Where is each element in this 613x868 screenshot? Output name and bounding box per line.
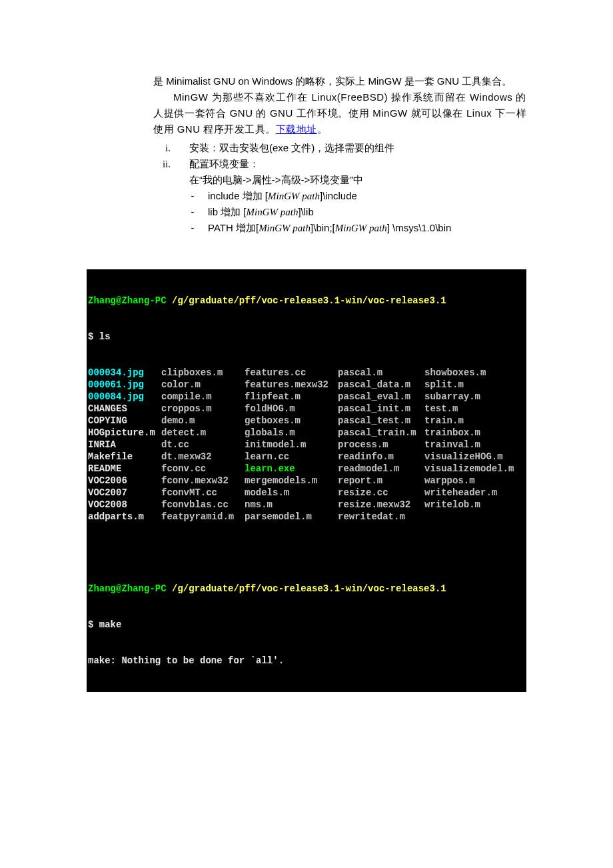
- dash-icon: -: [189, 220, 196, 236]
- terminal-file: train.m: [424, 415, 464, 427]
- terminal-command-ls: $ ls: [88, 331, 525, 343]
- terminal-ls-output: 000034.jpgclipboxes.mfeatures.ccpascal.m…: [88, 367, 525, 523]
- terminal-file: fconvblas.cc: [161, 499, 245, 511]
- terminal-file: writelob.m: [424, 499, 480, 511]
- paragraph-2-text: MinGW 为那些不喜欢工作在 Linux(FreeBSD) 操作系统而留在 W…: [153, 91, 526, 135]
- terminal-file: features.mexw32: [245, 379, 338, 391]
- terminal-path: /g/graduate/pff/voc-release3.1-win/voc-r…: [172, 583, 446, 594]
- terminal-file: VOC2007: [88, 487, 161, 499]
- document-page: 是 Minimalist GNU on Windows 的略称，实际上 MinG…: [0, 0, 613, 732]
- terminal-file: pascal_train.m: [338, 427, 424, 439]
- terminal-ls-row: COPYINGdemo.mgetboxes.mpascal_test.mtrai…: [88, 415, 525, 427]
- terminal-file: models.m: [245, 487, 338, 499]
- list-item-install: i. 安装：双击安装包(exe 文件)，选择需要的组件: [153, 140, 526, 156]
- terminal-file: pascal_test.m: [338, 415, 424, 427]
- terminal-file: showboxes.m: [424, 367, 486, 379]
- terminal-file: trainval.m: [424, 439, 480, 451]
- terminal-file: visualizemodel.m: [424, 463, 514, 475]
- terminal-user: Zhang@Zhang-PC: [88, 583, 172, 594]
- ordered-list: i. 安装：双击安装包(exe 文件)，选择需要的组件 ii. 配置环境变量： …: [153, 140, 526, 236]
- list-item-env: ii. 配置环境变量： 在“我的电脑->属性->高级->环境变量”中 - inc…: [153, 156, 526, 236]
- terminal-file: resize.cc: [338, 487, 424, 499]
- terminal-ls-row: CHANGEScroppos.mfoldHOG.mpascal_init.mte…: [88, 403, 525, 415]
- terminal-ls-row: VOC2007fconvMT.ccmodels.mresize.ccwriteh…: [88, 487, 525, 499]
- terminal-file: dt.mexw32: [161, 451, 245, 463]
- terminal-file: globals.m: [245, 427, 338, 439]
- terminal-ls-row: 000084.jpgcompile.mflipfeat.mpascal_eval…: [88, 391, 525, 403]
- terminal-ls-row: HOGpicture.mdetect.mglobals.mpascal_trai…: [88, 427, 525, 439]
- terminal-file: VOC2008: [88, 499, 161, 511]
- terminal-file: Makefile: [88, 451, 161, 463]
- terminal-ls-row: 000061.jpgcolor.mfeatures.mexw32pascal_d…: [88, 379, 525, 391]
- terminal-file: COPYING: [88, 415, 161, 427]
- terminal-prompt-line: Zhang@Zhang-PC /g/graduate/pff/voc-relea…: [88, 583, 525, 595]
- terminal-file: INRIA: [88, 439, 161, 451]
- terminal-user: Zhang@Zhang-PC: [88, 295, 172, 306]
- mingw-path-italic: MinGW path: [259, 223, 310, 233]
- terminal-file: process.m: [338, 439, 424, 451]
- terminal-ls-row: addparts.mfeatpyramid.mparsemodel.mrewri…: [88, 511, 525, 523]
- terminal-file: split.m: [424, 379, 464, 391]
- sublist-context: 在“我的电脑->属性->高级->环境变量”中: [189, 172, 526, 188]
- terminal-file: nms.m: [245, 499, 338, 511]
- terminal-ls-row: Makefiledt.mexw32learn.ccreadinfo.mvisua…: [88, 451, 525, 463]
- list-item-env-title: 配置环境变量：: [189, 156, 526, 172]
- terminal-file: addparts.m: [88, 511, 161, 523]
- terminal-file: rewritedat.m: [338, 511, 424, 523]
- terminal-file: learn.cc: [245, 451, 338, 463]
- terminal-file: resize.mexw32: [338, 499, 424, 511]
- terminal-file: report.m: [338, 475, 424, 487]
- terminal-path: /g/graduate/pff/voc-release3.1-win/voc-r…: [172, 295, 446, 306]
- terminal-file: 000084.jpg: [88, 391, 161, 403]
- paragraph-2-end: 。: [317, 123, 328, 135]
- terminal-file: mergemodels.m: [245, 475, 338, 487]
- terminal-file: dt.cc: [161, 439, 245, 451]
- paragraph-1: 是 Minimalist GNU on Windows 的略称，实际上 MinG…: [153, 73, 526, 89]
- terminal-file: test.m: [424, 403, 458, 415]
- terminal-ls-row: READMEfconv.cclearn.exereadmodel.mvisual…: [88, 463, 525, 475]
- terminal-file: fconv.cc: [161, 463, 245, 475]
- terminal-file: pascal_eval.m: [338, 391, 424, 403]
- mingw-path-italic: MinGW path: [335, 223, 387, 233]
- sublist-include-a: include 增加 [: [208, 190, 268, 201]
- sublist-path: - PATH 增加[MinGW path]\bin;[MinGW path] \…: [189, 220, 526, 236]
- dash-icon: -: [189, 188, 196, 204]
- terminal-file: fconvMT.cc: [161, 487, 245, 499]
- sublist-lib-a: lib 增加 [: [208, 206, 247, 217]
- sublist: 在“我的电脑->属性->高级->环境变量”中 - include 增加 [Min…: [189, 172, 526, 236]
- paragraph-2: MinGW 为那些不喜欢工作在 Linux(FreeBSD) 操作系统而留在 W…: [153, 89, 526, 137]
- terminal-file: featpyramid.m: [161, 511, 245, 523]
- terminal-file: pascal_data.m: [338, 379, 424, 391]
- terminal-ls-row: INRIAdt.ccinitmodel.mprocess.mtrainval.m: [88, 439, 525, 451]
- terminal-file: learn.exe: [245, 463, 338, 475]
- terminal-file: initmodel.m: [245, 439, 338, 451]
- download-link[interactable]: 下载地址: [276, 123, 317, 135]
- terminal-ls-row: VOC2008fconvblas.ccnms.mresize.mexw32wri…: [88, 499, 525, 511]
- terminal-file: readinfo.m: [338, 451, 424, 463]
- mingw-path-italic: MinGW path: [247, 207, 299, 217]
- terminal-screenshot: Zhang@Zhang-PC /g/graduate/pff/voc-relea…: [87, 269, 526, 692]
- sublist-path-b: ]\bin;[: [310, 222, 335, 233]
- terminal-file: readmodel.m: [338, 463, 424, 475]
- terminal-file: foldHOG.m: [245, 403, 338, 415]
- terminal-file: 000061.jpg: [88, 379, 161, 391]
- terminal-file: parsemodel.m: [245, 511, 338, 523]
- terminal-ls-row: VOC2006fconv.mexw32mergemodels.mreport.m…: [88, 475, 525, 487]
- terminal-file: croppos.m: [161, 403, 245, 415]
- list-marker-i: i.: [153, 140, 171, 156]
- terminal-file: subarray.m: [424, 391, 480, 403]
- terminal-file: warppos.m: [424, 475, 475, 487]
- sublist-lib-b: ]\lib: [298, 206, 313, 217]
- terminal-file: CHANGES: [88, 403, 161, 415]
- terminal-file: demo.m: [161, 415, 245, 427]
- terminal-command-make: $ make: [88, 619, 525, 631]
- mingw-path-italic: MinGW path: [268, 191, 320, 201]
- dash-icon: -: [189, 204, 196, 220]
- list-marker-ii: ii.: [153, 156, 171, 236]
- terminal-make-output: make: Nothing to be done for `all'.: [88, 655, 525, 667]
- terminal-file: compile.m: [161, 391, 245, 403]
- terminal-file: flipfeat.m: [245, 391, 338, 403]
- terminal-file: README: [88, 463, 161, 475]
- terminal-file: color.m: [161, 379, 245, 391]
- terminal-file: HOGpicture.m: [88, 427, 161, 439]
